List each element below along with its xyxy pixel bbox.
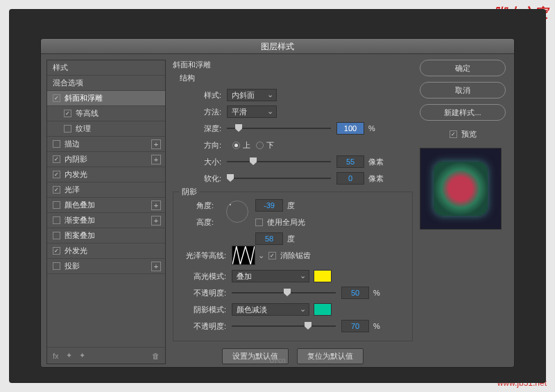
trash-icon[interactable]: 🗑 <box>152 352 160 360</box>
sidebar-item-4[interactable]: 纹理 <box>47 121 165 137</box>
sidebar-item-0[interactable]: 样式 <box>47 60 165 76</box>
effect-checkbox[interactable] <box>64 125 71 133</box>
direction-up-radio[interactable] <box>232 142 240 149</box>
sidebar-item-label: 描边 <box>65 139 80 149</box>
method-label: 方法: <box>173 107 227 117</box>
highlight-mode-dropdown[interactable]: 叠加 <box>232 270 309 282</box>
sidebar-item-3[interactable]: 等高线 <box>47 106 165 121</box>
sidebar-item-11[interactable]: 图案叠加 <box>47 228 165 244</box>
preview-checkbox[interactable] <box>450 130 457 138</box>
sidebar-item-label: 外发光 <box>65 246 87 256</box>
shadow-section: 阴影 角度: 高度: -39度 使用全局光 58度 光泽等高线:⌄消除锯齿 高光… <box>173 191 413 341</box>
sidebar-item-label: 纹理 <box>76 123 91 134</box>
sidebar-item-6[interactable]: 内阴影+ <box>47 152 165 167</box>
add-effect-icon[interactable]: + <box>151 155 161 164</box>
sidebar-item-label: 斜面和浮雕 <box>65 93 103 103</box>
highlight-mode-label: 高光模式: <box>178 271 232 282</box>
soften-label: 软化: <box>173 173 227 184</box>
direction-down-radio[interactable] <box>256 142 264 149</box>
altitude-input[interactable]: 58 <box>255 232 283 245</box>
soften-slider[interactable] <box>227 173 331 183</box>
depth-input[interactable]: 100 <box>336 122 364 135</box>
sidebar-item-9[interactable]: 颜色叠加+ <box>47 198 165 213</box>
angle-wheel[interactable] <box>226 201 248 223</box>
shadow-opacity-input[interactable]: 70 <box>341 320 369 332</box>
arrow-down-icon[interactable]: ✦ <box>79 351 85 360</box>
effect-checkbox[interactable] <box>64 110 71 117</box>
shadow-mode-dropdown[interactable]: 颜色减淡 <box>232 303 309 316</box>
depth-label: 深度: <box>173 123 227 134</box>
sidebar-item-label: 光泽 <box>65 185 80 195</box>
new-style-button[interactable]: 新建样式... <box>420 104 506 121</box>
effect-checkbox[interactable] <box>53 216 60 224</box>
sidebar-item-2[interactable]: 斜面和浮雕 <box>47 91 165 106</box>
arrow-up-icon[interactable]: ✦ <box>66 351 72 360</box>
highlight-opacity-input[interactable]: 50 <box>341 287 369 299</box>
effect-checkbox[interactable] <box>53 94 60 102</box>
gloss-contour-picker[interactable] <box>232 246 255 265</box>
add-effect-icon[interactable]: + <box>151 262 161 271</box>
shadow-color-swatch[interactable] <box>314 303 332 316</box>
method-dropdown[interactable]: 平滑 <box>227 105 277 118</box>
effect-checkbox[interactable] <box>53 171 60 178</box>
chevron-down-icon[interactable]: ⌄ <box>258 251 264 260</box>
soften-input[interactable]: 0 <box>336 172 364 185</box>
structure-title: 结构 <box>180 73 413 83</box>
add-effect-icon[interactable]: + <box>151 216 161 225</box>
style-label: 样式: <box>173 90 227 101</box>
fx-icon[interactable]: fx <box>53 352 59 360</box>
sidebar-item-label: 渐变叠加 <box>65 215 95 225</box>
highlight-opacity-slider[interactable] <box>232 288 336 298</box>
size-slider[interactable] <box>227 157 331 167</box>
sidebar-item-13[interactable]: 投影+ <box>47 259 165 274</box>
ok-button[interactable]: 确定 <box>420 60 506 76</box>
sidebar-item-12[interactable]: 外发光 <box>47 244 165 259</box>
effect-checkbox[interactable] <box>53 201 60 209</box>
ui-mark: UI·cn <box>269 357 285 364</box>
sidebar-item-label: 内发光 <box>65 169 87 180</box>
shadow-opacity-label: 不透明度: <box>178 321 232 332</box>
group-title: 斜面和浮雕 <box>173 60 413 70</box>
global-light-checkbox[interactable] <box>255 219 263 226</box>
add-effect-icon[interactable]: + <box>151 139 161 149</box>
effect-checkbox[interactable] <box>53 155 60 163</box>
shadow-opacity-slider[interactable] <box>232 321 336 331</box>
sidebar-item-label: 图案叠加 <box>65 230 95 241</box>
sidebar-item-label: 投影 <box>65 261 80 271</box>
effect-checkbox[interactable] <box>53 186 60 194</box>
sidebar-item-label: 内阴影 <box>65 154 87 164</box>
app-frame: 图层样式 样式混合选项斜面和浮雕等高线纹理描边+内阴影+内发光光泽颜色叠加+渐变… <box>9 9 546 383</box>
effect-checkbox[interactable] <box>53 140 60 148</box>
shadow-title: 阴影 <box>179 187 200 197</box>
sidebar-footer: fx ✦ ✦ 🗑 <box>47 347 165 364</box>
right-buttons: 确定 取消 新建样式... 预览 <box>420 60 506 364</box>
sidebar-item-10[interactable]: 渐变叠加+ <box>47 213 165 228</box>
reset-default-button[interactable]: 复位为默认值 <box>297 348 364 364</box>
layer-style-dialog: 图层样式 样式混合选项斜面和浮雕等高线纹理描边+内阴影+内发光光泽颜色叠加+渐变… <box>40 38 515 368</box>
add-effect-icon[interactable]: + <box>151 201 161 210</box>
shadow-mode-label: 阴影模式: <box>178 305 232 315</box>
angle-input[interactable]: -39 <box>255 199 283 212</box>
effect-checkbox[interactable] <box>53 262 60 270</box>
sidebar-item-5[interactable]: 描边+ <box>47 137 165 152</box>
highlight-color-swatch[interactable] <box>314 270 332 282</box>
cancel-button[interactable]: 取消 <box>420 82 506 99</box>
effect-checkbox[interactable] <box>53 232 60 239</box>
effect-checkbox[interactable] <box>53 247 60 255</box>
sidebar-item-8[interactable]: 光泽 <box>47 182 165 198</box>
gloss-contour-label: 光泽等高线: <box>178 250 232 261</box>
effects-sidebar: 样式混合选项斜面和浮雕等高线纹理描边+内阴影+内发光光泽颜色叠加+渐变叠加+图案… <box>46 60 166 364</box>
sidebar-item-label: 颜色叠加 <box>65 200 95 210</box>
depth-slider[interactable] <box>227 123 331 133</box>
antialias-checkbox[interactable] <box>268 252 276 259</box>
angle-label: 角度: <box>178 201 219 211</box>
preview-label: 预览 <box>461 129 477 139</box>
sidebar-item-label: 混合选项 <box>53 78 83 88</box>
preview-thumbnail <box>420 148 502 230</box>
sidebar-item-7[interactable]: 内发光 <box>47 167 165 182</box>
dialog-title: 图层样式 <box>41 39 514 54</box>
size-input[interactable]: 55 <box>336 155 364 168</box>
style-dropdown[interactable]: 内斜面 <box>227 89 277 101</box>
altitude-label: 高度: <box>178 217 219 228</box>
sidebar-item-1[interactable]: 混合选项 <box>47 76 165 91</box>
